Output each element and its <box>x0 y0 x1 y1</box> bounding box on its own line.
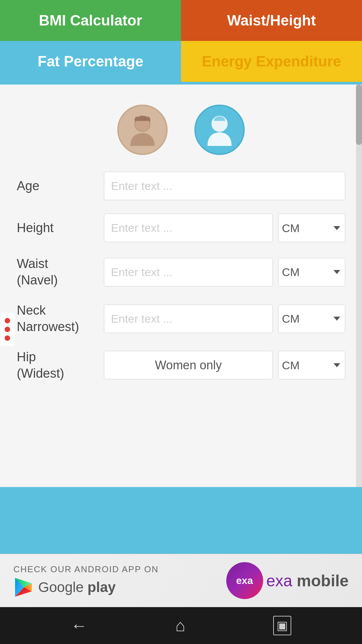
exa-mobile-branding[interactable]: exa exa mobile <box>226 562 349 599</box>
energy-expenditure-button[interactable]: Energy Expenditure <box>181 41 362 82</box>
recent-apps-button[interactable]: ▣ <box>273 616 291 635</box>
neck-unit-select[interactable]: CM INCH <box>278 305 345 333</box>
height-row: Height CM INCH <box>17 214 345 242</box>
age-input[interactable] <box>104 172 345 200</box>
height-input[interactable] <box>104 214 273 242</box>
exa-mobile-text: exa mobile <box>266 572 349 590</box>
height-label: Height <box>17 220 104 236</box>
avatar-row <box>17 105 345 155</box>
female-avatar[interactable] <box>117 105 168 155</box>
height-unit-select[interactable]: CM INCH <box>278 214 345 242</box>
scrollbar[interactable] <box>356 85 362 487</box>
ad-banner: CHECK OUR ANDROID APP ON <box>0 554 362 607</box>
waist-unit-select[interactable]: CM INCH <box>278 258 345 286</box>
waist-input[interactable] <box>104 258 273 286</box>
mobile-part: mobile <box>297 572 349 590</box>
content-area: Age Height CM INCH Waist(Navel) CM INCH … <box>0 82 362 554</box>
neck-label: NeckNarrowest) <box>17 302 104 335</box>
ad-check-text: CHECK OUR ANDROID APP ON <box>13 564 159 575</box>
hip-row: Hip(Widest) Women only CM INCH <box>17 349 345 382</box>
google-text: Google <box>38 579 87 595</box>
google-play-icon <box>13 577 34 597</box>
waist-height-button[interactable]: Waist/Height <box>181 0 362 41</box>
women-only-text: Women only <box>155 358 222 372</box>
google-play-row[interactable]: Google play <box>13 577 159 597</box>
back-button[interactable]: ← <box>71 616 87 635</box>
fat-percentage-button[interactable]: Fat Percentage <box>0 41 181 82</box>
ad-left: CHECK OUR ANDROID APP ON <box>13 564 159 597</box>
menu-dot-1 <box>5 318 10 323</box>
top-navigation: BMI Calculator Waist/Height Fat Percenta… <box>0 0 362 82</box>
menu-dot-2 <box>5 327 10 332</box>
exa-part: exa <box>266 572 292 590</box>
male-avatar[interactable] <box>194 105 245 155</box>
age-label: Age <box>17 178 104 194</box>
waist-label: Waist(Navel) <box>17 256 104 289</box>
bmi-calculator-button[interactable]: BMI Calculator <box>0 0 181 41</box>
menu-dot-3 <box>5 335 10 341</box>
age-row: Age <box>17 172 345 200</box>
android-nav-bar: ← ⌂ ▣ <box>0 607 362 644</box>
waist-row: Waist(Navel) CM INCH <box>17 256 345 289</box>
scrollbar-thumb[interactable] <box>356 85 362 145</box>
hip-unit-select[interactable]: CM INCH <box>278 351 345 379</box>
hip-label: Hip(Widest) <box>17 349 104 382</box>
exa-logo: exa <box>226 562 263 599</box>
hip-women-only-field: Women only <box>104 351 273 379</box>
neck-row: NeckNarrowest) CM INCH <box>17 302 345 335</box>
google-play-text: Google play <box>38 579 116 595</box>
home-button[interactable]: ⌂ <box>175 616 185 635</box>
neck-input[interactable] <box>104 305 273 333</box>
form-card: Age Height CM INCH Waist(Navel) CM INCH … <box>0 85 362 487</box>
play-text: play <box>87 579 116 595</box>
exa-logo-text: exa <box>236 575 253 586</box>
overflow-menu[interactable] <box>0 313 15 346</box>
